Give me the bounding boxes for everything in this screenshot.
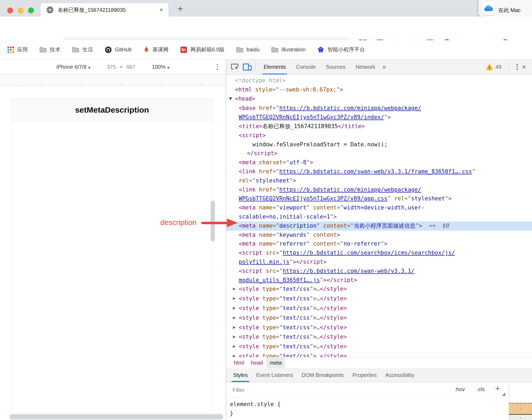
dom-tree-node[interactable]: scalable=no,initial-scale=1"> (226, 212, 532, 222)
dom-tree-node[interactable]: module_utils_83650f1….js"></script> (226, 276, 532, 285)
page-card: setMetaDescription (11, 98, 213, 413)
dom-tree-node[interactable]: <script src="https://b.bdstatic.com/sear… (226, 249, 532, 258)
bookmark-label: 应用 (17, 46, 28, 53)
dom-tree-node[interactable]: </script> (226, 149, 532, 158)
dom-tree-node[interactable]: WPGsbTTGEQ2VRnNcEIjyo5nT1wGxc3PZ/v89/app… (226, 194, 532, 203)
toggle-class-button[interactable]: .cls (477, 386, 485, 392)
styles-filter-input[interactable] (226, 382, 450, 398)
more-tabs-button[interactable]: » (383, 63, 386, 71)
resize-handle-icon[interactable] (502, 392, 505, 396)
dom-tree-node[interactable]: ▶<style type="text/css">…</style> (226, 285, 532, 294)
dom-tree-node[interactable]: ▶<style type="text/css">…</style> (226, 333, 532, 342)
dom-tree-node[interactable]: polyfill.min.js"></script> (226, 258, 532, 267)
dom-tree-node[interactable]: ▶<style type="text/css">…</style> (226, 314, 532, 323)
dom-tree-node-selected[interactable]: …<meta name="description" content="当前小程序… (226, 222, 532, 231)
tab-console[interactable]: Console (293, 59, 318, 74)
dom-tree-node[interactable]: <script src="https://b.bdstatic.com/swan… (226, 267, 532, 276)
dom-tree-node[interactable]: <meta name="referrer" content="no-referr… (226, 239, 532, 249)
inspect-element-icon[interactable] (230, 63, 239, 71)
dom-tree-node[interactable]: ▶<style type="text/css">…</style> (226, 304, 532, 314)
dimension-times-label: × (119, 64, 123, 70)
dom-tree-node[interactable]: <title>名称已释放_1567421189035</title> (226, 122, 532, 131)
tab-accessibility[interactable]: Accessibility (381, 368, 419, 382)
vertical-scrollbar[interactable] (211, 201, 215, 241)
tab-elements[interactable]: Elements (261, 59, 288, 74)
device-select[interactable]: iPhone 6/7/8▼ (56, 64, 90, 70)
bookmark-item[interactable]: GitHub (105, 46, 132, 53)
dom-tree-node[interactable]: ▶<style type="text/css">…</style> (226, 342, 532, 352)
page-title: setMetaDescription (75, 105, 149, 114)
dom-tree-node[interactable]: WPGsbTTGEQ2VRnNcEIjyo5nT1wGxc3PZ/v89/ind… (226, 113, 532, 122)
dom-tree-node[interactable]: rel="stylesheet"> (226, 176, 532, 185)
dom-tree-node[interactable]: <meta name="viewport" content="width=dev… (226, 203, 532, 212)
bookmark-item[interactable]: 网易邮箱6.0版 (180, 46, 225, 53)
tab-dom-breakpoints[interactable]: DOM Breakpoints (297, 368, 348, 382)
new-tab-button[interactable]: + (178, 3, 183, 14)
bookmark-item[interactable]: du智能小程序平台 (317, 46, 365, 53)
dom-tree-node[interactable]: ▶<style type="text/css">…</style> (226, 294, 532, 304)
window-minimize-button[interactable] (18, 7, 24, 13)
dom-tree-node[interactable]: <!doctype html> (226, 76, 532, 85)
dom-tree-node[interactable]: ▶<style type="text/css">…</style> (226, 323, 532, 333)
tab-event-listeners[interactable]: Event Listeners (252, 368, 297, 382)
bookmark-label: 生活 (82, 46, 93, 53)
zoom-select[interactable]: 100%▼ (152, 64, 169, 70)
bookmark-item[interactable]: 生活 (72, 46, 93, 53)
dom-tree-node[interactable]: <link href="https://b.bdstatic.com/minia… (226, 185, 532, 194)
bookmark-item[interactable]: illustration (271, 47, 306, 53)
tab-sources[interactable]: Sources (323, 59, 348, 74)
expand-arrow-icon[interactable]: ▶ (233, 313, 239, 322)
macos-notification[interactable]: 在此 Mac (479, 0, 532, 17)
divider (255, 62, 255, 71)
bookmark-item[interactable]: 技术 (40, 46, 60, 53)
breadcrumb-html[interactable]: html (230, 357, 248, 368)
expand-arrow-icon[interactable]: ▶ (233, 284, 239, 293)
expand-arrow-icon[interactable]: ▶ (233, 323, 239, 332)
chevron-down-icon: ▼ (88, 66, 90, 70)
dom-tree-node[interactable]: <link href="https://b.bdstatic.com/swan-… (226, 167, 532, 176)
bookmark-item[interactable]: 应用 (7, 46, 28, 53)
device-height-field[interactable]: 667 (126, 64, 135, 70)
collapse-arrow-icon[interactable]: ▼ (229, 94, 235, 103)
window-zoom-button[interactable] (28, 7, 34, 13)
dom-tree-node[interactable]: window.feSlavePreloadStart = Date.now(); (226, 140, 532, 149)
dom-tree-node[interactable]: ▼<head> (226, 94, 532, 104)
new-style-rule-button[interactable]: + (495, 384, 500, 394)
tab-properties[interactable]: Properties (348, 368, 381, 382)
device-width-field[interactable]: 375 (107, 64, 116, 70)
flame-icon (143, 46, 149, 54)
browser-tab[interactable]: 名称已释放_1567421189035 × (41, 3, 168, 17)
breadcrumb-head[interactable]: head (248, 357, 267, 368)
breadcrumb-meta[interactable]: meta (266, 357, 285, 368)
expand-arrow-icon[interactable]: ▶ (233, 294, 239, 303)
box-model-margin[interactable]: - (509, 403, 532, 415)
expand-arrow-icon[interactable]: ▶ (233, 304, 239, 313)
device-toolbar-menu-icon[interactable] (217, 64, 218, 70)
bookmark-label: 慕课网 (152, 46, 168, 53)
expand-arrow-icon[interactable]: ▶ (233, 342, 239, 351)
warning-icon (486, 64, 493, 70)
folder-icon (72, 47, 79, 53)
devtools-close-icon[interactable]: × (522, 63, 526, 71)
element-style-rule[interactable]: element.style { } (226, 398, 512, 420)
elements-dom-tree[interactable]: <!doctype html><html style="--sweb-vh:6.… (226, 75, 532, 359)
toggle-hover-state-button[interactable]: :hov (455, 386, 465, 392)
window-close-button[interactable] (7, 7, 13, 13)
bookmark-item[interactable]: 慕课网 (143, 46, 168, 54)
dom-tree-node[interactable]: <base href="https://b.bdstatic.com/minia… (226, 104, 532, 113)
device-toolbar-toggle-icon[interactable] (243, 63, 252, 71)
dom-tree-node[interactable]: <html style="--sweb-vh:6.67px;"> (226, 85, 532, 94)
bookmark-item[interactable]: baidu (236, 47, 260, 53)
expand-arrow-icon[interactable]: ▶ (233, 332, 239, 341)
devtools-menu-icon[interactable] (516, 64, 518, 70)
horizontal-scrollbar[interactable] (9, 414, 223, 419)
warning-badge[interactable]: 49 (486, 64, 501, 70)
dom-tree-node[interactable]: <meta name="keywords" content> (226, 231, 532, 240)
tab-close-icon[interactable]: × (159, 7, 163, 13)
dom-tree-node[interactable]: <script> (226, 131, 532, 140)
box-model-border[interactable]: - (509, 415, 532, 420)
overflow-dots-icon[interactable]: … (228, 220, 232, 229)
tab-network[interactable]: Network (353, 59, 378, 74)
dom-tree-node[interactable]: <meta charset="utf-8"> (226, 158, 532, 167)
tab-styles[interactable]: Styles (229, 368, 252, 382)
